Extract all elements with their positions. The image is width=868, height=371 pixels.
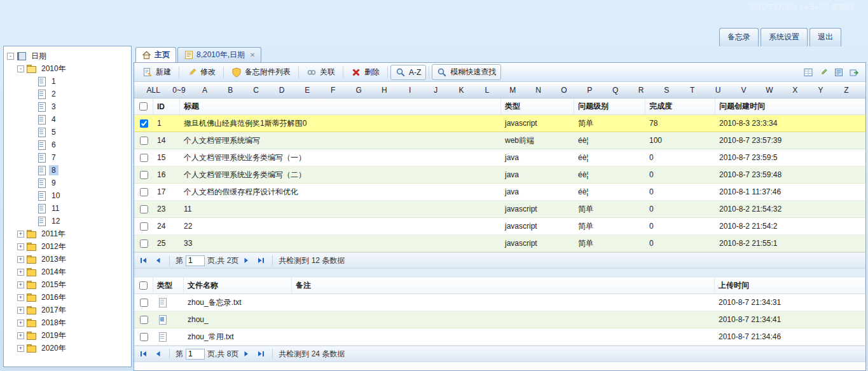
tree-item[interactable]: 9	[4, 177, 131, 189]
row-checkbox[interactable]	[140, 333, 148, 341]
pencil-icon[interactable]	[817, 66, 830, 79]
tree-expander-icon[interactable]: +	[17, 281, 24, 288]
alphabet-filter-item[interactable]: U	[705, 86, 731, 95]
alphabet-filter-item[interactable]: W	[757, 86, 782, 95]
tree-item[interactable]: 7	[4, 151, 131, 164]
tree-item[interactable]: 8	[4, 164, 131, 177]
alphabet-filter-item[interactable]: L	[474, 86, 500, 95]
alphabet-filter-item[interactable]: Z	[834, 86, 859, 95]
tree-expander-icon[interactable]: +	[17, 294, 24, 301]
memo-table-row[interactable]: 14 个人文档管理系统编写 web前端 éè¦ 100 2010-8-7 23:…	[134, 132, 865, 149]
tree-item[interactable]: + 2012年	[4, 240, 131, 253]
attachment-list-button[interactable]: 备忘附件列表	[226, 64, 296, 80]
alphabet-filter-item[interactable]: X	[782, 86, 808, 95]
header-file-type[interactable]: 类型	[153, 278, 184, 293]
row-checkbox[interactable]	[140, 137, 148, 145]
tree-item[interactable]: + 2018年	[4, 316, 131, 329]
edit-button[interactable]: 修改	[182, 64, 221, 80]
tree-expander-icon[interactable]: +	[17, 307, 24, 314]
close-icon[interactable]: ✕	[250, 51, 255, 58]
file-table-row[interactable]: zhou_常用.txt 2010-8-7 21:34:46	[134, 328, 865, 346]
header-progress[interactable]: 完成度	[645, 98, 715, 114]
alphabet-filter-item[interactable]: T	[680, 86, 705, 95]
alphabet-filter-item[interactable]: M	[500, 86, 525, 95]
last-page-button[interactable]	[255, 255, 266, 266]
row-checkbox[interactable]	[140, 154, 148, 162]
tree-item[interactable]: + 2014年	[4, 266, 131, 278]
tree-item[interactable]: + 2013年	[4, 253, 131, 266]
row-checkbox[interactable]	[140, 171, 148, 179]
export-icon[interactable]	[848, 66, 860, 79]
alphabet-filter-item[interactable]: E	[294, 86, 320, 95]
alphabet-filter-item[interactable]: V	[731, 86, 756, 95]
link-button[interactable]: 关联	[301, 64, 340, 80]
memo-table-row[interactable]: 16 个人文档管理系统业务类编写（二） java éè¦ 0 2010-8-7 …	[134, 166, 865, 184]
tree-item[interactable]: + 2016年	[4, 291, 131, 304]
header-type[interactable]: 类型	[501, 98, 574, 114]
next-page-button[interactable]	[241, 255, 252, 266]
header-file-name[interactable]: 文件名称	[184, 278, 292, 293]
tree-item[interactable]: 4	[4, 113, 131, 126]
new-button[interactable]: 新建	[137, 64, 176, 80]
tree-expander-icon[interactable]: +	[17, 332, 24, 339]
memo-table-row[interactable]: 17 个人文档的假缓存程序设计和优化 java éè¦ 0 2010-8-1 1…	[134, 184, 865, 201]
tree-item[interactable]: + 2015年	[4, 278, 131, 291]
alphabet-filter-item[interactable]: G	[346, 86, 371, 95]
alphabet-filter-item[interactable]: J	[423, 86, 448, 95]
note-icon[interactable]	[832, 66, 845, 79]
last-page-button[interactable]	[255, 348, 266, 360]
memo-table-row[interactable]: 24 22 javascript 简单 0 2010-8-2 21:54:2	[134, 218, 865, 235]
tree-item[interactable]: 5	[4, 126, 131, 138]
tree-expander-icon[interactable]: +	[17, 345, 24, 352]
tree-item[interactable]: 12	[4, 215, 131, 227]
header-remark[interactable]: 备注	[292, 278, 715, 293]
memo-table-row[interactable]: 25 33 javascript 简单 0 2010-8-2 21:55:1	[134, 235, 865, 252]
memo-table-row[interactable]: 15 个人文档管理系统业务类编写（一） java éè¦ 0 2010-8-7 …	[134, 149, 865, 166]
delete-button[interactable]: 删除	[346, 64, 385, 80]
alphabet-filter-item[interactable]: D	[269, 86, 294, 95]
nav-settings-button[interactable]: 系统设置	[761, 28, 808, 46]
alphabet-filter-item[interactable]: Q	[602, 86, 628, 95]
alphabet-filter-item[interactable]: P	[577, 86, 602, 95]
tree-expander-icon[interactable]: +	[17, 243, 24, 250]
page-input[interactable]	[186, 255, 205, 266]
alphabet-filter-item[interactable]: R	[628, 86, 654, 95]
file-table-row[interactable]: zhou_备忘录.txt 2010-8-7 21:34:31	[134, 294, 865, 311]
tree-item[interactable]: - 日期	[4, 50, 131, 62]
alphabet-filter-item[interactable]: S	[654, 86, 679, 95]
row-checkbox[interactable]	[140, 316, 148, 324]
tree-expander-icon[interactable]: +	[17, 320, 24, 327]
tree-expander-icon[interactable]: +	[17, 256, 24, 263]
first-page-button[interactable]	[138, 255, 149, 266]
header-id[interactable]: ID	[153, 98, 180, 114]
tree-item[interactable]: 10	[4, 189, 131, 202]
tree-expander-icon[interactable]: +	[17, 269, 24, 276]
tree-item[interactable]: 11	[4, 202, 131, 215]
alphabet-filter-item[interactable]: Y	[808, 86, 833, 95]
nav-memo-button[interactable]: 备忘录	[719, 28, 759, 46]
tree-item[interactable]: + 2017年	[4, 304, 131, 316]
first-page-button[interactable]	[138, 348, 149, 360]
tab-home[interactable]: 主页	[135, 47, 176, 62]
tree-item[interactable]: + 2011年	[4, 227, 131, 240]
tree-expander-icon[interactable]: -	[17, 65, 24, 72]
fuzzy-search-button[interactable]: 模糊快速查找	[432, 64, 501, 80]
alphabet-filter-item[interactable]: 0~9	[166, 86, 191, 95]
row-checkbox[interactable]	[140, 205, 148, 213]
alphabet-filter-item[interactable]: I	[397, 86, 423, 95]
tree-expander-icon[interactable]: +	[17, 231, 24, 238]
alphabet-filter-item[interactable]: A	[192, 86, 217, 95]
nav-exit-button[interactable]: 退出	[809, 28, 841, 46]
tab-memo-date[interactable]: 8,2010年,日期 ✕	[177, 47, 261, 62]
prev-page-button[interactable]	[152, 348, 163, 360]
header-title[interactable]: 标题	[180, 98, 501, 114]
alphabet-filter-item[interactable]: F	[320, 86, 346, 95]
tree-expander-icon[interactable]: -	[7, 53, 14, 60]
page-input[interactable]	[186, 349, 205, 360]
tree-item[interactable]: - 2010年	[4, 62, 131, 75]
select-all-checkbox[interactable]	[139, 102, 148, 111]
tree-item[interactable]: 3	[4, 100, 131, 113]
alphabet-filter-item[interactable]: C	[243, 86, 268, 95]
tree-item[interactable]: 1	[4, 75, 131, 88]
row-checkbox[interactable]	[140, 299, 148, 307]
